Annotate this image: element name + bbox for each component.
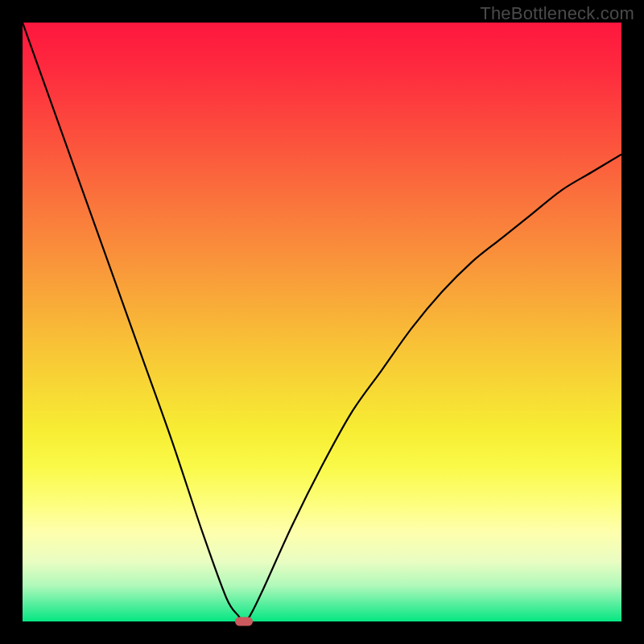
chart-frame: TheBottleneck.com	[0, 0, 644, 644]
plot-area	[23, 23, 621, 621]
optimal-point-marker	[235, 617, 253, 626]
watermark-text: TheBottleneck.com	[480, 3, 634, 24]
bottleneck-curve	[23, 23, 621, 621]
